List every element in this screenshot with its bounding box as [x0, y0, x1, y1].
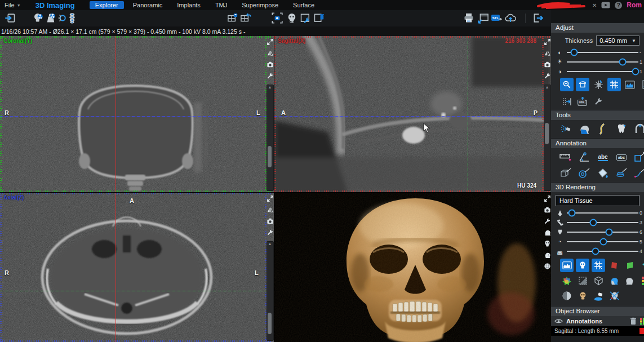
- coronal-scrollbar[interactable]: ▲: [267, 85, 274, 191]
- tissue-skull-button[interactable]: [576, 289, 589, 303]
- brightness-slider-thumb[interactable]: [619, 58, 627, 65]
- flip-icon[interactable]: [267, 206, 274, 214]
- histogram-3d-button[interactable]: [560, 259, 574, 272]
- expand-icon[interactable]: [267, 38, 274, 46]
- tab-tmj[interactable]: TMJ: [210, 1, 233, 9]
- histogram-button[interactable]: [623, 78, 637, 91]
- mpr-lines-button[interactable]: [607, 78, 621, 91]
- bone-slider[interactable]: [567, 219, 638, 226]
- scroll-up-icon[interactable]: ▲: [267, 242, 273, 246]
- sagittal-scrollbar[interactable]: ▲: [544, 85, 551, 191]
- teeth-slider[interactable]: [567, 228, 638, 236]
- print-icon[interactable]: [463, 12, 474, 24]
- cloud-upload-icon[interactable]: [505, 12, 516, 24]
- annotation-item-row[interactable]: Sagittal : Length 6.55 mm: [551, 326, 644, 336]
- flip-icon[interactable]: [544, 50, 551, 57]
- scroll-up-icon[interactable]: ▲: [544, 85, 550, 89]
- sagittal-viewport[interactable]: Sagittal(X) 216 303 288 A P HU 324 ▲: [274, 36, 551, 192]
- airbrush-tool[interactable]: [559, 122, 572, 136]
- bone-slider-thumb[interactable]: [589, 219, 597, 226]
- tab-superimpose[interactable]: Superimpose: [236, 1, 284, 9]
- brightness-slider[interactable]: [567, 58, 638, 66]
- scroll-up-icon[interactable]: ▲: [267, 85, 273, 89]
- exit-icon[interactable]: [532, 12, 543, 24]
- sagittal-plane-toggle[interactable]: [607, 259, 621, 272]
- soft-tissue-slider-thumb[interactable]: [568, 209, 575, 216]
- soft-tissue-slider[interactable]: [567, 209, 638, 217]
- sharpness-slider-thumb[interactable]: [632, 68, 639, 75]
- coronal-plane-toggle[interactable]: [623, 259, 637, 272]
- file-menu[interactable]: File ▼: [0, 2, 25, 8]
- mpr-planes-button[interactable]: [592, 259, 605, 272]
- head-anterior-button[interactable]: [607, 274, 621, 287]
- sagittal-coronal-plane-line[interactable]: [468, 36, 468, 192]
- camera-icon[interactable]: [267, 217, 274, 225]
- sculpt-cut-button[interactable]: [607, 289, 621, 303]
- head-profile-tool[interactable]: [578, 122, 591, 136]
- rotate-3d-button[interactable]: [576, 78, 589, 91]
- nerve-tracing-tool[interactable]: [596, 122, 610, 136]
- axial-scrollbar[interactable]: ▲: [267, 241, 274, 341]
- arch-tool[interactable]: [633, 122, 644, 136]
- flip-icon[interactable]: [267, 50, 274, 57]
- cube-draw-tool[interactable]: [559, 166, 572, 180]
- length-measure-tool[interactable]: [559, 150, 572, 164]
- user-name[interactable]: Rom: [627, 1, 642, 9]
- tab-explorer[interactable]: Explorer: [90, 1, 124, 9]
- gradient-slider[interactable]: [567, 238, 638, 246]
- skull-render-button[interactable]: [576, 259, 589, 272]
- volume-box-button[interactable]: [592, 274, 605, 287]
- zoom-fit-button[interactable]: [560, 78, 574, 91]
- pan-button[interactable]: PAN: [576, 95, 589, 108]
- report-settings-icon[interactable]: [300, 12, 311, 24]
- curve-draw-tool[interactable]: [633, 166, 644, 180]
- text-annotation-tool[interactable]: abc: [596, 150, 610, 164]
- volume-viewport[interactable]: [274, 193, 551, 342]
- sculpt-eraser-button[interactable]: [592, 289, 605, 303]
- thickness-select[interactable]: 0.450 mm ▼: [596, 35, 639, 46]
- coronal-sagittal-plane-line[interactable]: [116, 36, 116, 192]
- soft-tissue-view-icon[interactable]: [544, 229, 551, 236]
- stl-export-icon[interactable]: STL: [491, 12, 503, 24]
- save-layout-icon[interactable]: [227, 12, 238, 24]
- report-delete-icon[interactable]: [313, 12, 325, 24]
- expand-icon[interactable]: [544, 195, 551, 202]
- angle-measure-tool[interactable]: [578, 150, 591, 164]
- axes-3d-button[interactable]: [592, 78, 605, 91]
- tab-panoramic[interactable]: Panoramic: [127, 1, 168, 9]
- gradient-slider-thumb[interactable]: [599, 238, 607, 245]
- close-icon[interactable]: ✕: [592, 2, 597, 8]
- opacity-slider[interactable]: [567, 247, 638, 255]
- head-posterior-button[interactable]: [623, 274, 637, 287]
- coil-draw-tool[interactable]: [615, 166, 628, 180]
- export-window-icon[interactable]: [478, 12, 489, 24]
- wrench-icon[interactable]: [544, 72, 551, 79]
- axial-image[interactable]: [0, 193, 274, 342]
- contrast-slider[interactable]: [567, 48, 638, 56]
- tab-implants[interactable]: Implants: [171, 1, 206, 9]
- axial-viewport[interactable]: Axial(Z) A R L ▲: [0, 193, 274, 342]
- window-level-button[interactable]: [640, 78, 644, 91]
- wrench-icon[interactable]: [267, 72, 274, 79]
- sagittal-axial-plane-line[interactable]: [274, 116, 551, 117]
- sharpness-slider[interactable]: [567, 68, 638, 75]
- skull-view-icon[interactable]: [286, 12, 297, 24]
- color-bars-button[interactable]: [639, 274, 644, 287]
- contrast-slider-thumb[interactable]: [570, 48, 578, 56]
- camera-icon[interactable]: [544, 61, 551, 68]
- reset-layout-icon[interactable]: [240, 12, 251, 24]
- camera-icon[interactable]: [544, 206, 551, 214]
- annotations-group-row[interactable]: Annotations: [551, 316, 644, 326]
- sagittal-image[interactable]: [274, 36, 551, 192]
- orientation-ball-icon[interactable]: [544, 263, 551, 270]
- snapshot-icon[interactable]: [272, 12, 283, 24]
- sagittal-scroll-thumb[interactable]: [545, 123, 549, 144]
- callout-annotation-tool[interactable]: abc: [615, 150, 628, 164]
- coronal-image[interactable]: [0, 36, 274, 192]
- axial-coronal-plane-line[interactable]: [0, 291, 274, 291]
- annotation-colorbar-icon[interactable]: [640, 317, 644, 325]
- face-view-icon[interactable]: [544, 251, 551, 259]
- tooth-tool[interactable]: [615, 122, 628, 136]
- skull-xray-icon[interactable]: [33, 12, 44, 24]
- expand-icon[interactable]: [544, 38, 551, 46]
